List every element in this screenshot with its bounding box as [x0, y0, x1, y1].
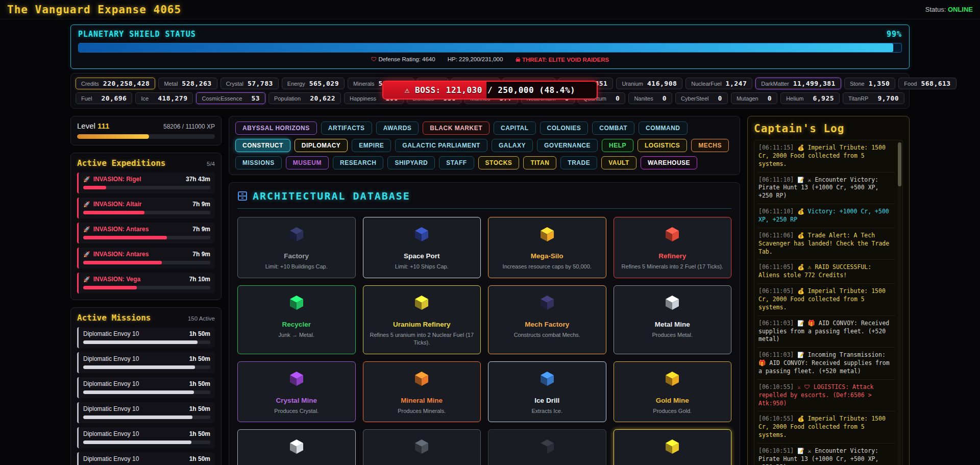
log-timestamp: [06:10:55] [758, 415, 797, 422]
log-scrollbar-track[interactable] [898, 141, 901, 465]
building-card-space-port[interactable]: Space PortLimit: +10 Ships Cap. [363, 217, 481, 278]
log-entry-icon: 📝 [797, 320, 807, 327]
resource-energy[interactable]: Energy565,029 [282, 78, 345, 89]
tab-galactic-parliament[interactable]: GALACTIC PARLIAMENT [395, 139, 487, 152]
tab-empire[interactable]: EMPIRE [352, 139, 391, 152]
building-card-uranium-mine[interactable]: Uranium MineProduces Uranium Ore. [614, 429, 732, 465]
resource-helium[interactable]: Helium6,925 [780, 92, 840, 104]
building-card-stone-mine[interactable]: Stone MineProduces Stone. [363, 429, 481, 465]
mission-item[interactable]: Diplomatic Envoy 101h 50m [77, 327, 215, 348]
tab-awards[interactable]: AWARDS [376, 121, 419, 135]
building-name: Mech Factory [494, 321, 601, 328]
tab-colonies[interactable]: COLONIES [540, 121, 589, 135]
building-card-mega-silo[interactable]: Mega-SiloIncreases resource caps by 50,0… [488, 217, 606, 278]
resource-value: 220,258,428 [103, 80, 150, 87]
resource-label: NuclearFuel [691, 81, 721, 87]
building-card-recycler[interactable]: RecyclerJunk → Metal. [237, 285, 356, 354]
building-card-ice-drill[interactable]: Ice DrillExtracts Ice. [488, 361, 606, 423]
log-entry-icon: 📝 [797, 177, 807, 183]
mis-progressbar [83, 365, 210, 369]
building-cube-icon [243, 370, 350, 389]
tab-construct[interactable]: CONSTRUCT [235, 139, 290, 152]
building-card-factory[interactable]: FactoryLimit: +10 Buildings Cap. [237, 217, 356, 278]
expedition-item[interactable]: 🚀INVASION: Antares7h 9m [77, 223, 215, 243]
tab-warehouse[interactable]: WAREHOUSE [641, 156, 697, 169]
tab-titan[interactable]: TITAN [523, 156, 556, 169]
resource-uranium[interactable]: Uranium416,908 [616, 78, 682, 89]
tab-stocks[interactable]: STOCKS [478, 156, 520, 169]
resource-population[interactable]: Population20,622 [268, 92, 341, 104]
resource-label: Ice [141, 95, 149, 102]
tab-museum[interactable]: MUSEUM [286, 156, 329, 169]
shield-icon: 🛡 [371, 56, 377, 62]
mission-item[interactable]: Diplomatic Envoy 101h 50m [77, 352, 215, 373]
tab-combat[interactable]: COMBAT [592, 121, 634, 135]
resource-value: 416,908 [647, 80, 677, 87]
resource-value: 528,263 [182, 80, 211, 87]
resource-nuclearfuel[interactable]: NuclearFuel1,247 [685, 78, 752, 89]
resource-ice[interactable]: Ice418,279 [135, 92, 193, 104]
building-card-uranium-refinery[interactable]: Uranium RefineryRefines 5 uranium into 2… [363, 285, 481, 354]
resource-cosmicessence[interactable]: CosmicEssence53 [196, 92, 265, 104]
tab-abyssal-horizons[interactable]: ABYSSAL HORIZONS [235, 121, 317, 135]
expedition-item[interactable]: 🚀INVASION: Altair7h 9m [77, 198, 215, 218]
expedition-item[interactable]: 🚀INVASION: Antares7h 9m [77, 248, 215, 268]
tab-artifacts[interactable]: ARTIFACTS [321, 121, 372, 135]
building-card-gold-mine[interactable]: Gold MineProduces Gold. [614, 361, 732, 423]
expedition-item[interactable]: 🚀INVASION: Vega7h 10m [77, 273, 215, 293]
tab-logistics[interactable]: LOGISTICS [638, 139, 687, 152]
resource-credits[interactable]: Credits220,258,428 [76, 78, 155, 89]
log-scrollbar-thumb[interactable] [898, 142, 901, 186]
tab-galaxy[interactable]: GALAXY [492, 139, 533, 152]
app-title: The Vanguard Expanse 4065 [7, 4, 181, 16]
resource-metal[interactable]: Metal528,263 [158, 78, 217, 89]
resource-value: 1,247 [726, 80, 747, 87]
resource-cybersteel[interactable]: CyberSteel0 [675, 92, 728, 104]
tab-governance[interactable]: GOVERNANCE [537, 139, 598, 152]
status-label: Status: [925, 6, 946, 13]
exp-time-remaining: 7h 9m [192, 226, 210, 233]
tab-missions[interactable]: MISSIONS [235, 156, 282, 169]
tab-trade[interactable]: TRADE [560, 156, 597, 169]
building-card-refinery[interactable]: RefineryRefines 5 Minerals into 2 Fuel (… [614, 217, 732, 278]
tab-shipyard[interactable]: SHIPYARD [387, 156, 435, 169]
resource-titanrp[interactable]: TitanRP9,700 [843, 92, 904, 104]
building-card-metal-mine[interactable]: Metal MineProduces Metal. [614, 285, 732, 354]
resource-label: Credits [81, 81, 99, 87]
tab-command[interactable]: COMMAND [639, 121, 688, 135]
tab-capital[interactable]: CAPITAL [494, 121, 536, 135]
log-timestamp: [06:11:05] [758, 263, 797, 271]
log-timestamp: [06:11:15] [758, 144, 797, 151]
tab-black-market[interactable]: BLACK MARKET [423, 121, 489, 135]
building-card-mech-factory[interactable]: Mech FactoryConstructs combat Mechs. [488, 285, 606, 354]
tab-diplomacy[interactable]: DIPLOMACY [295, 139, 348, 152]
tab-research[interactable]: RESEARCH [333, 156, 383, 169]
log-entry: [06:10:55] ⚔ 🛡 LOGISTICS: Attack repelle… [757, 380, 895, 412]
resource-fuel[interactable]: Fuel20,696 [76, 92, 132, 104]
resource-value: 0 [718, 94, 722, 102]
resource-mutagen[interactable]: Mutagen0 [731, 92, 777, 104]
mission-item[interactable]: Diplomatic Envoy 101h 50m [77, 402, 215, 423]
mission-item[interactable]: Diplomatic Envoy 101h 50m [77, 427, 215, 448]
mis-time-remaining: 1h 50m [189, 430, 210, 437]
planetary-shield-panel: PLANETARY SHIELD STATUS 99% 🛡 Defense Ra… [70, 25, 910, 69]
resource-darkmatter[interactable]: DarkMatter11,499,381 [755, 78, 841, 89]
expeditions-list: 🚀INVASION: Rigel37h 43m🚀INVASION: Altair… [77, 173, 215, 293]
resource-crystal[interactable]: Crystal57,783 [220, 78, 279, 89]
tab-staff[interactable]: STAFF [439, 156, 474, 169]
building-card-mineral-mine[interactable]: Mineral MineProduces Minerals. [363, 361, 481, 423]
building-card-crystal-mine[interactable]: Crystal MineProduces Crystal. [237, 361, 356, 423]
building-cube-icon [619, 438, 726, 457]
resource-nanites[interactable]: Nanites0 [628, 92, 672, 104]
building-card-silver-mine[interactable]: Silver MineProduces Silver. [237, 429, 356, 465]
mission-item[interactable]: Diplomatic Envoy 101h 50m [77, 452, 215, 465]
building-card-coal-mine[interactable]: Coal MineProduces Coal. [488, 429, 606, 465]
tab-mechs[interactable]: MECHS [691, 139, 729, 152]
resource-food[interactable]: Food568,613 [898, 78, 956, 89]
mission-item[interactable]: Diplomatic Envoy 101h 50m [77, 377, 215, 398]
expedition-item[interactable]: 🚀INVASION: Rigel37h 43m [77, 173, 215, 193]
tab-help[interactable]: HELP [602, 139, 633, 152]
building-description: Increases resource caps by 50,000. [494, 263, 601, 271]
resource-stone[interactable]: Stone1,350 [844, 78, 895, 89]
tab-vault[interactable]: VAULT [601, 156, 636, 169]
